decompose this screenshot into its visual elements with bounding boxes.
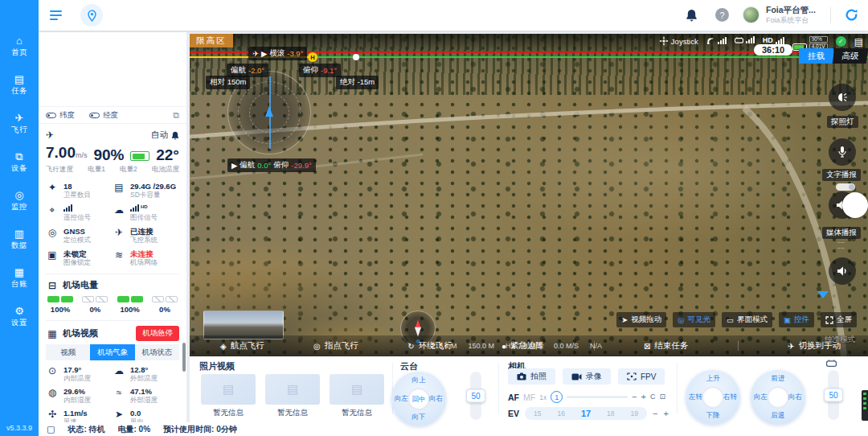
pad2-center[interactable] [768, 387, 789, 409]
dock-battery-cell: 0% [152, 296, 178, 314]
flight-speed-slider[interactable]: 50 [828, 370, 839, 420]
forward-button[interactable]: 前进 [772, 374, 785, 384]
video-drag-button[interactable]: ➤视频拖动 [616, 312, 666, 327]
zoom-expand-button[interactable]: ⊡ [659, 393, 665, 401]
orbit-flight-button[interactable]: ↻环绕飞行 [407, 340, 452, 352]
wind-speed-icon: ✣ [46, 409, 59, 420]
sidebar-item-settings[interactable]: ⚙设置 [11, 306, 27, 328]
ev-plus-button[interactable]: + [663, 409, 668, 418]
zoom-c-button[interactable]: C [650, 393, 656, 401]
user-info[interactable]: Foia平台管... Foia系统平台 [766, 5, 822, 26]
sidebar-item-ledger[interactable]: ▦台账 [11, 267, 27, 290]
move-right-button[interactable]: 向右 [788, 393, 802, 402]
zoom-value-badge[interactable]: 1 [551, 391, 563, 403]
switch-manual-button[interactable]: ✈切换到手动 [788, 340, 841, 352]
gimbal-left-button[interactable]: 向左 [395, 394, 408, 404]
fullscreen-button[interactable]: 全屏 [821, 312, 857, 327]
hd-signal: HD [763, 36, 784, 44]
sidebar-item-flight[interactable]: ✈飞行 [11, 113, 27, 135]
media-volume-knob[interactable] [842, 192, 868, 218]
move-left-button[interactable]: 向左 [754, 393, 768, 402]
yaw-left-button[interactable]: 左转 [689, 393, 702, 402]
waypoint-flight-button[interactable]: ◈航点飞行 [220, 340, 264, 352]
panel-scrollbar[interactable] [182, 343, 186, 372]
ev-value-current[interactable]: 17 [581, 409, 591, 418]
heading-dot[interactable] [353, 54, 359, 60]
media-thumbnail[interactable]: ▤ [265, 374, 320, 405]
live-video-feed[interactable]: Joystick HD 90% 4.01V 4.01V [190, 34, 868, 356]
emergency-land-button[interactable]: ●紧急迫降 [502, 340, 544, 352]
sidebar-item-monitor[interactable]: ◎监控 [11, 190, 27, 212]
help-button[interactable]: ? [715, 8, 729, 22]
longitude-toggle-icon[interactable] [89, 113, 100, 118]
collapse-menu-icon[interactable] [50, 10, 62, 20]
logout-button[interactable] [845, 8, 858, 22]
sidebar-item-home[interactable]: ⌂首页 [11, 35, 27, 58]
pad1-center[interactable] [702, 387, 724, 409]
sidebar-item-devices[interactable]: ⧉设备 [11, 151, 27, 174]
zoom-slider-track[interactable] [567, 396, 628, 398]
gimbal-center-button[interactable]: 回中 [408, 389, 430, 410]
media-thumbnail[interactable]: ▤ [201, 374, 256, 405]
app-version: v5.3.3.9 [0, 424, 39, 432]
volume-button[interactable] [829, 257, 856, 285]
gimbal-down-button[interactable]: 向下 [412, 413, 426, 422]
tab-dock-status[interactable]: 机场状态 [135, 344, 179, 360]
stat-dock-network: ≋未连接机场网络 [113, 249, 179, 266]
sidebar-item-data[interactable]: ▥数据 [11, 228, 27, 251]
yaw-right-button[interactable]: 右转 [723, 393, 737, 402]
searchlight-button[interactable] [829, 84, 856, 111]
link-status-value: N/A [590, 342, 602, 350]
broadcast-toggle[interactable] [836, 183, 855, 191]
mount-button[interactable]: 挂载 [799, 48, 833, 64]
joystick-status[interactable]: Joystick [659, 36, 698, 46]
ev-value[interactable]: 16 [557, 409, 564, 417]
panel-grid-icon[interactable]: ▤ [854, 36, 863, 47]
ev-scale[interactable]: 15 16 17 18 19 [525, 407, 647, 420]
gimbal-speed-value[interactable]: 50 [466, 389, 485, 403]
ui-mode-button[interactable]: ▭界面模式 [722, 312, 772, 327]
stat-image-lock: ▣未锁定图像锁定 [46, 249, 113, 266]
flight-mode[interactable]: 自动 [151, 130, 179, 141]
fpv-button[interactable]: FPV [618, 368, 665, 385]
point-flight-button[interactable]: ◎指点飞行 [313, 340, 358, 352]
ev-value[interactable]: 18 [607, 409, 614, 417]
take-photo-button[interactable]: 拍照 [508, 368, 555, 385]
sidebar-item-tasks[interactable]: ▤任务 [11, 74, 27, 97]
gimbal-speed-slider[interactable]: 50 [470, 372, 481, 420]
latitude-toggle-icon[interactable] [46, 113, 56, 118]
video-drag-icon: ➤ [621, 315, 628, 324]
gimbal-up-button[interactable]: 向上 [412, 376, 426, 385]
media-section-title: 照片视频 [199, 360, 235, 372]
ev-value[interactable]: 15 [534, 409, 541, 417]
collapse-tools-arrow[interactable] [817, 291, 829, 298]
backward-button[interactable]: 后退 [772, 411, 785, 421]
weather-temp-internal: ⊙17.9°内部温度 [46, 365, 113, 382]
zoom-plus-button[interactable]: + [641, 393, 646, 401]
user-avatar[interactable] [743, 6, 760, 23]
widgets-button[interactable]: ▣控件 [779, 312, 814, 327]
visible-light-button[interactable]: ◎可见光 [673, 312, 715, 327]
location-pin-button[interactable] [80, 4, 103, 27]
notification-bell-button[interactable] [686, 9, 698, 22]
ev-value[interactable]: 19 [631, 409, 638, 417]
copy-icon[interactable]: ⧉ [173, 110, 179, 121]
zoom-minus-button[interactable]: − [632, 393, 637, 401]
advanced-button[interactable]: 高级 [833, 48, 868, 64]
text-broadcast-button[interactable] [829, 138, 856, 166]
dock-emergency-stop-button[interactable]: 机场急停 [136, 326, 179, 341]
health-check-icon[interactable]: ✓ [836, 36, 846, 47]
record-video-button[interactable]: 录像 [563, 368, 611, 385]
gimbal-right-button[interactable]: 向右 [429, 394, 443, 404]
ascend-button[interactable]: 上升 [706, 374, 720, 384]
end-task-button[interactable]: ⊠结束任务 [644, 340, 688, 352]
tab-video[interactable]: 视频 [46, 344, 90, 360]
tab-dock-weather[interactable]: 机场气象 [90, 344, 134, 360]
media-thumbnail[interactable]: ▤ [330, 374, 384, 405]
descend-button[interactable]: 下降 [706, 411, 720, 421]
flight-speed-value[interactable]: 50 [824, 389, 843, 402]
mf-label[interactable]: MF [523, 393, 535, 402]
edge-battery-widget[interactable] [862, 390, 868, 421]
af-label[interactable]: AF [508, 393, 519, 402]
ev-minus-button[interactable]: − [653, 409, 657, 418]
